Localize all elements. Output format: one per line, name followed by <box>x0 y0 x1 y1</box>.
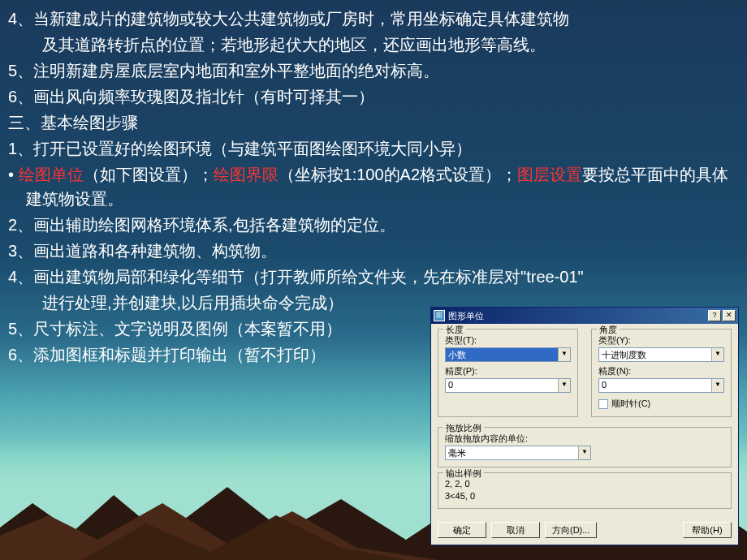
drag-unit-combo[interactable]: 毫米 ▼ <box>445 446 591 460</box>
length-precision-combo[interactable]: 0 ▼ <box>445 378 571 393</box>
dialog-title: 图形单位 <box>448 310 708 322</box>
item-4: 4、当新建成片的建筑物或较大公共建筑物或厂房时，常用坐标确定具体建筑物 <box>8 6 739 31</box>
help-icon[interactable]: ? <box>708 310 721 321</box>
sample-line-2: 3<45, 0 <box>445 490 724 502</box>
chevron-down-icon[interactable]: ▼ <box>578 446 590 459</box>
section-3-heading: 三、基本绘图步骤 <box>8 110 739 135</box>
step-2: 2、画出辅助绘图网格环境体系,包括各建筑物的定位。 <box>8 213 739 237</box>
drag-label: 缩放拖放内容的单位: <box>445 433 724 445</box>
dialog-icon: 面 <box>434 310 445 321</box>
type-label: 类型(T): <box>445 334 571 347</box>
length-group: 长度 类型(T): 小数 ▼ 精度(P): 0 ▼ <box>438 329 578 417</box>
chevron-down-icon[interactable]: ▼ <box>711 379 723 392</box>
item-6: 6、画出风向频率玫瑰图及指北针（有时可择其一） <box>8 84 739 109</box>
chevron-down-icon[interactable]: ▼ <box>558 348 570 361</box>
checkbox-icon[interactable] <box>598 399 608 409</box>
angle-group: 角度 类型(Y): 十进制度数 ▼ 精度(N): 0 ▼ 顺时针(C) <box>591 329 732 417</box>
angle-type-combo[interactable]: 十进制度数 ▼ <box>598 347 724 362</box>
units-dialog: 面 图形单位 ? ✕ 长度 类型(T): 小数 ▼ 精度(P): 0 ▼ <box>430 307 739 545</box>
clockwise-checkbox[interactable]: 顺时针(C) <box>598 398 724 410</box>
precision-label: 精度(P): <box>445 365 571 377</box>
ok-button[interactable]: 确定 <box>438 522 486 538</box>
sample-line-1: 2, 2, 0 <box>445 478 724 489</box>
item-5: 5、注明新建房屋底层室内地面和室外平整地面的绝对标高。 <box>8 58 739 83</box>
step-1: 1、打开已设置好的绘图环境（与建筑平面图绘图环境大同小异） <box>8 136 739 161</box>
step-1-bullet: • 绘图单位（如下图设置）；绘图界限（坐标按1:100的A2格式设置）；图层设置… <box>8 162 739 211</box>
precision-label: 精度(N): <box>598 365 724 377</box>
cancel-button[interactable]: 取消 <box>491 522 540 538</box>
step-4: 4、画出建筑物局部和绿化等细节（打开教师所给文件夹，先在标准层对"tree-01… <box>8 265 739 289</box>
drag-scale-group: 拖放比例 缩放拖放内容的单位: 毫米 ▼ <box>438 427 732 467</box>
dialog-titlebar[interactable]: 面 图形单位 ? ✕ <box>431 308 738 324</box>
help-button[interactable]: 帮助(H) <box>683 522 732 538</box>
step-3: 3、画出道路和各种建筑物、构筑物。 <box>8 239 739 263</box>
direction-button[interactable]: 方向(D)... <box>545 522 597 538</box>
sample-group: 输出样例 2, 2, 0 3<45, 0 <box>438 472 732 509</box>
close-icon[interactable]: ✕ <box>723 310 736 321</box>
angle-precision-combo[interactable]: 0 ▼ <box>598 378 724 393</box>
chevron-down-icon[interactable]: ▼ <box>558 379 570 392</box>
type-label: 类型(Y): <box>598 334 724 347</box>
item-4-cont: 及其道路转折点的位置；若地形起伏大的地区，还应画出地形等高线。 <box>8 32 739 57</box>
chevron-down-icon[interactable]: ▼ <box>711 348 723 361</box>
length-type-combo[interactable]: 小数 ▼ <box>445 347 571 362</box>
